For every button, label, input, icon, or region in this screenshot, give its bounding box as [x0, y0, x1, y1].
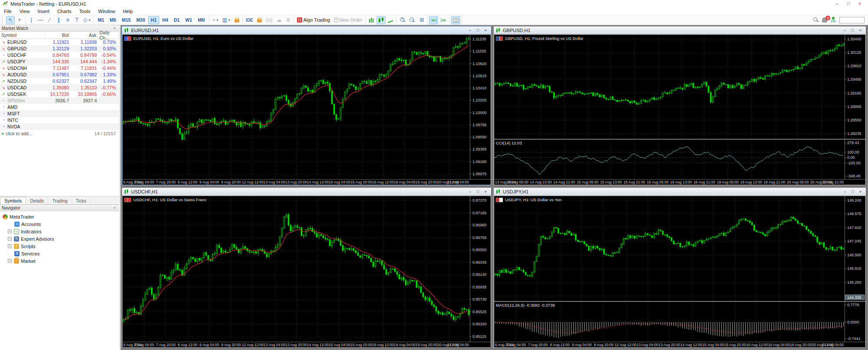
add-symbol-label[interactable]: click to add...	[6, 131, 32, 136]
table-row-msft[interactable]: ◔MSFT	[0, 111, 119, 117]
chart-window-usdchf[interactable]: USDCHF,H1 –□× 0.873700.871650.869600.867…	[122, 187, 492, 348]
table-row-audusd[interactable]: ↘AUDUSD0.679510.679821.33%	[0, 72, 119, 78]
minimize-button[interactable]: –	[832, 1, 843, 6]
horizontal-line-icon[interactable]: —	[36, 16, 45, 24]
close-button[interactable]: ×	[857, 189, 864, 194]
expand-icon[interactable]: +	[8, 244, 12, 248]
price-chart-gbpusd[interactable]: 1.304401.301251.298101.294951.291801.288…	[494, 35, 865, 185]
symbol-cell[interactable]: ↗NZDUSD	[0, 79, 45, 84]
timeframe-h4[interactable]: H4	[160, 16, 171, 24]
chart-window-titlebar[interactable]: GBPUSD,H1 –□×	[494, 26, 866, 34]
shift-chart-end-icon[interactable]: ≫|	[429, 16, 438, 24]
table-row-usdchf[interactable]: •USDCHF0.847600.84799-0.54%	[0, 52, 119, 59]
auto-scroll-icon[interactable]: |≪	[439, 16, 448, 24]
notifications-icon[interactable]: 1	[822, 17, 827, 23]
timeframe-d1[interactable]: D1	[171, 16, 182, 24]
symbol-cell[interactable]: ↘AUDUSD	[0, 72, 45, 77]
symbol-cell[interactable]: ↘USDCNH	[0, 65, 45, 71]
sidebar-item-services[interactable]: ⚙Services	[1, 250, 118, 257]
sidebar-item-accounts[interactable]: ☺Accounts	[1, 220, 118, 228]
price-chart-usdjpy[interactable]: 149.240148.575147.910147.245146.580145.9…	[494, 196, 865, 347]
add-symbol-row[interactable]: +click to add...14 / 10157	[0, 130, 119, 137]
tree-root-metatrader[interactable]: MetaTrader	[1, 213, 118, 220]
bar-chart-icon[interactable]	[367, 16, 376, 24]
indicators-icon[interactable]: ~▾	[211, 16, 220, 24]
toolbar-search-input[interactable]	[839, 17, 865, 23]
zoom-in-icon[interactable]: +	[398, 16, 407, 24]
maximize-button[interactable]: □	[849, 189, 856, 194]
table-row-usdsek[interactable]: ↗USDSEK10.1723010.18865-0.66%	[0, 91, 119, 98]
chart-window-eurusd[interactable]: EURUSD,H1 –□× 1.112301.110251.108201.106…	[122, 26, 492, 186]
timeframe-m1[interactable]: M1	[95, 16, 107, 24]
symbol-cell[interactable]: ◔AMD	[0, 105, 45, 110]
maximize-button[interactable]: □	[475, 27, 481, 33]
market-icon[interactable]	[255, 16, 264, 24]
text-tool-icon[interactable]: T	[73, 16, 81, 24]
close-button[interactable]: ×	[482, 27, 489, 33]
menu-window[interactable]: Window	[94, 8, 119, 14]
timeframe-m5[interactable]: M5	[107, 16, 119, 24]
new-order-button[interactable]: New Order	[332, 16, 364, 24]
menu-charts[interactable]: Charts	[53, 8, 75, 14]
menu-insert[interactable]: Insert	[33, 8, 53, 14]
table-row-gbpusd[interactable]: ↘GBPUSD1.321291.322030.93%	[0, 46, 119, 52]
close-button[interactable]: ×	[857, 27, 864, 33]
minimize-button[interactable]: –	[467, 27, 473, 33]
symbol-cell[interactable]: ↘GBPUSD	[0, 46, 45, 51]
algo-trading-button[interactable]: Algo Trading	[295, 16, 332, 24]
screenshot-icon[interactable]	[451, 16, 460, 24]
menu-file[interactable]: File	[0, 8, 16, 14]
symbol-cell[interactable]: ↗USDSEK	[0, 92, 45, 97]
symbol-cell[interactable]: •USDCHF	[0, 52, 45, 58]
vertical-line-icon[interactable]: |	[27, 16, 36, 24]
table-row-usdcnh[interactable]: ↘USDCNH7.114877.11831-0.44%	[0, 65, 119, 72]
signals-icon[interactable]: (o)	[264, 16, 274, 24]
timeframe-m15[interactable]: M15	[119, 16, 133, 24]
close-button[interactable]: ×	[482, 189, 489, 194]
chart-window-titlebar[interactable]: EURUSD,H1 –□×	[122, 26, 491, 34]
col-symbol[interactable]: Symbol	[0, 32, 45, 39]
tile-windows-icon[interactable]: ⊞	[417, 16, 426, 24]
minimize-button[interactable]: –	[467, 189, 473, 194]
chart-window-titlebar[interactable]: USDJPY,H1 –□×	[494, 188, 866, 196]
sidebar-item-indicators[interactable]: +~Indicators	[1, 228, 118, 235]
col-daily-change[interactable]: Daily Ch...	[98, 32, 119, 39]
close-button[interactable]: ×	[854, 1, 865, 6]
price-chart-usdchf[interactable]: 0.873700.871650.869600.867550.865500.863…	[122, 196, 491, 347]
sidebar-item-scripts[interactable]: +≡Scripts	[1, 242, 118, 250]
col-bid[interactable]: Bid	[45, 32, 70, 39]
timeframe-m30[interactable]: M30	[134, 16, 148, 24]
timeframe-h1[interactable]: H1	[148, 16, 159, 24]
chart-window-gbpusd[interactable]: GBPUSD,H1 –□× 1.304401.301251.298101.294…	[493, 26, 866, 186]
table-row-intc[interactable]: ◔INTC	[0, 117, 119, 124]
tab-symbols[interactable]: Symbols	[0, 197, 26, 204]
symbol-cell[interactable]: •SP500m	[0, 98, 45, 103]
chart-window-usdjpy[interactable]: USDJPY,H1 –□× 149.240148.575147.910147.2…	[493, 187, 866, 348]
equidistant-channel-icon[interactable]: ≡	[63, 16, 72, 24]
price-chart-eurusd[interactable]: 1.112301.110251.108201.106151.104101.102…	[122, 35, 491, 185]
expand-icon[interactable]: +	[8, 259, 12, 263]
cursor-icon[interactable]: ↖	[6, 16, 15, 24]
table-row-sp500m[interactable]: •SP500m3936.73937.4	[0, 98, 119, 104]
vps-icon[interactable]: ⊕	[284, 16, 292, 24]
navigator-header[interactable]: Navigator ×	[0, 205, 119, 211]
crosshair-icon[interactable]: +	[15, 16, 24, 24]
line-chart-icon[interactable]	[386, 16, 395, 24]
symbol-cell[interactable]: ↘EURUSD	[0, 39, 45, 45]
chart-objects-icon[interactable]: ▥▾	[221, 16, 232, 24]
tab-trading[interactable]: Trading	[48, 197, 72, 204]
maximize-button[interactable]: □	[475, 189, 481, 194]
tab-details[interactable]: Details	[26, 197, 48, 204]
menu-help[interactable]: Help	[119, 8, 137, 14]
zoom-out-icon[interactable]: –	[408, 16, 417, 24]
candlestick-chart-icon[interactable]	[376, 16, 386, 24]
shapes-icon[interactable]: ◇▾	[82, 16, 92, 24]
maximize-button[interactable]: □	[849, 27, 856, 33]
lvl-icon[interactable]: LVL	[831, 17, 836, 23]
ide-button[interactable]: IDE	[244, 16, 255, 24]
sidebar-item-market[interactable]: +Market	[1, 257, 118, 265]
symbol-cell[interactable]: ↘USDCAD	[0, 85, 45, 90]
trendline-icon[interactable]: ∕	[45, 16, 54, 24]
timeframe-mn[interactable]: MN	[195, 16, 207, 24]
symbol-cell[interactable]: ↗USDJPY	[0, 59, 45, 64]
